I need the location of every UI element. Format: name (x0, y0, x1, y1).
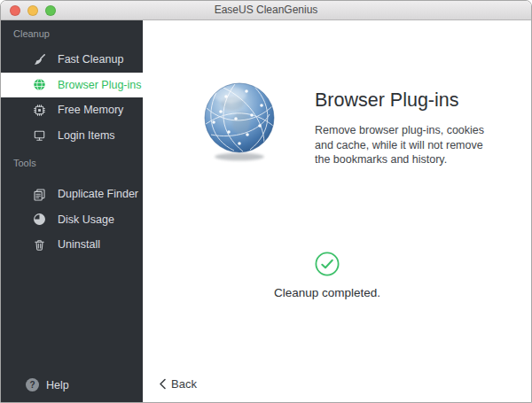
pie-chart-icon (33, 213, 46, 226)
sidebar-item-label: Uninstall (58, 238, 100, 251)
sidebar-section-cleanup: Cleanup (1, 24, 143, 47)
sidebar-item-label: Browser Plug-ins (58, 79, 141, 91)
sidebar-item-login-items[interactable]: Login Items (1, 123, 143, 149)
main-content: Browser Plug-ins Remove browser plug-ins… (143, 20, 531, 402)
brush-icon (33, 53, 46, 66)
window-title: EaseUS CleanGenius (1, 1, 531, 19)
sidebar-item-uninstall[interactable]: Uninstall (1, 232, 143, 258)
network-globe-illustration (203, 81, 278, 163)
sidebar-item-label: Fast Cleanup (58, 53, 123, 66)
description-line: Remove browser plug-ins, cookies (315, 123, 532, 138)
sidebar-item-duplicate-finder[interactable]: Duplicate Finder (1, 182, 143, 207)
globe-icon (33, 78, 46, 91)
zoom-button[interactable] (45, 5, 56, 16)
sidebar-item-label: Login Items (58, 129, 115, 142)
description-line: and cache, while it will not remove (315, 138, 532, 153)
help-label: Help (46, 379, 69, 391)
sidebar-item-free-memory[interactable]: Free Memory (1, 97, 143, 123)
help-button[interactable]: ? Help (1, 375, 143, 402)
back-label: Back (171, 377, 197, 391)
sidebar-item-label: Disk Usage (58, 213, 114, 226)
sidebar-item-browser-plugins[interactable]: Browser Plug-ins (1, 73, 143, 98)
sidebar-section-tools: Tools (1, 148, 143, 182)
back-button[interactable]: Back (159, 377, 197, 391)
status-block: Cleanup completed. (143, 251, 512, 299)
title-bar: EaseUS CleanGenius (1, 1, 531, 20)
status-text: Cleanup completed. (143, 286, 512, 299)
chevron-left-icon (159, 378, 167, 390)
sidebar-item-fast-cleanup[interactable]: Fast Cleanup (1, 47, 143, 73)
trash-icon (33, 238, 46, 252)
page-description: Remove browser plug-ins, cookies and cac… (315, 123, 532, 167)
minimize-button[interactable] (27, 5, 38, 16)
success-check-icon (314, 251, 340, 277)
app-window: EaseUS CleanGenius Cleanup Fast Cleanup (0, 0, 532, 403)
question-mark-icon: ? (26, 378, 39, 391)
sidebar: Cleanup Fast Cleanup (1, 20, 143, 402)
chip-icon (33, 104, 46, 117)
sidebar-item-label: Free Memory (58, 104, 123, 116)
sidebar-item-label: Duplicate Finder (58, 188, 138, 200)
monitor-icon (33, 128, 46, 142)
page-title: Browser Plug-ins (315, 89, 532, 112)
sidebar-item-disk-usage[interactable]: Disk Usage (1, 207, 143, 233)
copies-icon (33, 188, 46, 201)
description-line: the bookmarks and history. (315, 152, 532, 167)
close-button[interactable] (10, 5, 20, 16)
traffic-lights (10, 1, 56, 20)
